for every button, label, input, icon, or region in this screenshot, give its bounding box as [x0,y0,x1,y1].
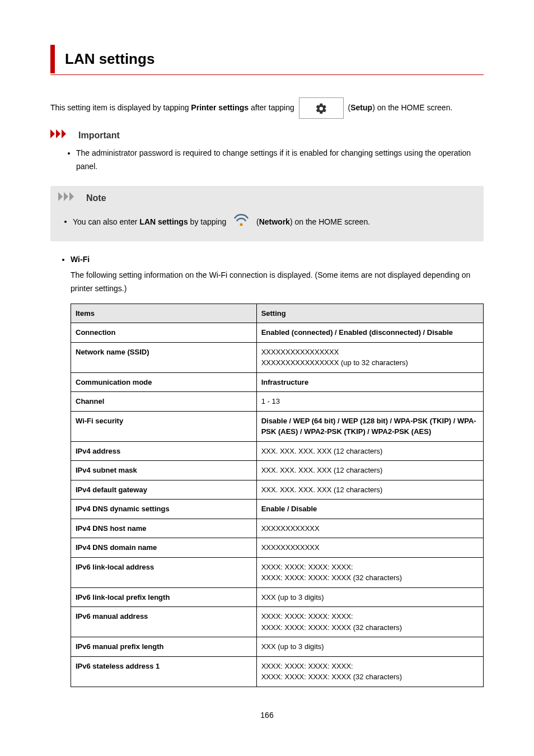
table-row: IPv6 manual prefix lengthXXX (up to 3 di… [71,637,484,657]
table-cell-setting: XXXX: XXXX: XXXX: XXXX:XXXX: XXXX: XXXX:… [256,656,483,687]
wifi-section: Wi-Fi The following setting information … [50,254,484,687]
table-header-setting: Setting [256,304,483,323]
important-bullet: The administrator password is required t… [76,147,484,174]
note-heading: Note [58,192,476,205]
table-cell-item: IPv4 default gateway [71,480,257,500]
intro-printer-settings: Printer settings [191,103,249,112]
note-suffix: ) on the HOME screen. [290,217,370,226]
table-row: IPv4 DNS domain nameXXXXXXXXXXXX [71,538,484,558]
svg-marker-0 [50,129,55,138]
table-row: Network name (SSID)XXXXXXXXXXXXXXXXXXXXX… [71,342,484,372]
table-cell-item: IPv6 stateless address 1 [71,656,257,687]
intro-suffix: ) on the HOME screen. [372,103,452,112]
table-cell-item: Wi-Fi security [71,411,257,441]
intro-prefix: This setting item is displayed by tappin… [50,103,191,112]
table-cell-setting: XXXXXXXXXXXX [256,519,483,538]
svg-marker-3 [58,192,63,201]
table-cell-item: IPv6 manual address [71,607,257,637]
wifi-item: Wi-Fi The following setting information … [71,254,484,687]
table-cell-item: IPv4 subnet mask [71,461,257,480]
table-cell-item: IPv6 link-local address [71,557,257,587]
table-row: IPv4 default gatewayXXX. XXX. XXX. XXX (… [71,480,484,500]
wifi-icon [233,213,250,227]
table-row: Wi-Fi securityDisable / WEP (64 bit) / W… [71,411,484,441]
table-cell-setting: XXXXXXXXXXXX [256,538,483,558]
table-header-items: Items [71,304,257,323]
page-number: 166 [50,710,484,721]
note-lan-settings: LAN settings [139,217,188,226]
note-label: Note [86,192,106,205]
table-row: Communication modeInfrastructure [71,372,484,392]
important-label: Important [78,129,120,142]
wifi-settings-table: Items Setting ConnectionEnabled (connect… [71,304,484,687]
table-cell-item: IPv6 link-local prefix length [71,587,257,607]
table-cell-item: Connection [71,323,257,343]
svg-marker-2 [62,129,66,138]
intro-paragraph: This setting item is displayed by tappin… [50,97,484,119]
table-row: IPv6 stateless address 1XXXX: XXXX: XXXX… [71,656,484,687]
table-row: IPv4 subnet maskXXX. XXX. XXX. XXX (12 c… [71,461,484,480]
page-title-block: LAN settings [50,45,484,73]
table-cell-setting: XXX (up to 3 digits) [256,637,483,657]
note-chevrons-icon [58,192,83,204]
title-underline [50,74,484,75]
table-cell-setting: XXXX: XXXX: XXXX: XXXX:XXXX: XXXX: XXXX:… [256,557,483,587]
table-cell-setting: XXX. XXX. XXX. XXX (12 characters) [256,480,483,500]
table-cell-item: IPv6 manual prefix length [71,637,257,657]
table-row: IPv4 DNS host nameXXXXXXXXXXXX [71,519,484,538]
table-cell-item: IPv4 DNS domain name [71,538,257,558]
table-cell-item: IPv4 DNS dynamic settings [71,500,257,519]
table-header-row: Items Setting [71,304,484,323]
table-cell-setting: XXX. XXX. XXX. XXX (12 characters) [256,461,483,480]
svg-marker-5 [69,192,74,201]
network-label: Network [259,217,290,226]
svg-marker-4 [64,192,68,201]
setup-label: Setup [350,103,372,112]
table-cell-setting: XXXX: XXXX: XXXX: XXXX:XXXX: XXXX: XXXX:… [256,607,483,637]
intro-mid: after tapping [251,103,297,112]
table-row: IPv6 link-local prefix lengthXXX (up to … [71,587,484,607]
table-cell-item: IPv4 address [71,441,257,461]
wifi-label: Wi-Fi [71,255,90,264]
table-row: IPv6 manual addressXXXX: XXXX: XXXX: XXX… [71,607,484,637]
note-body: You can also enter LAN settings by tappi… [58,213,476,232]
note-box: Note You can also enter LAN settings by … [50,186,484,242]
table-cell-setting: XXX. XXX. XXX. XXX (12 characters) [256,441,483,461]
table-row: Channel1 - 13 [71,392,484,412]
page-title: LAN settings [65,48,484,70]
table-cell-setting: Enable / Disable [256,500,483,519]
table-cell-setting: XXXXXXXXXXXXXXXXXXXXXXXXXXXXXXXX (up to … [256,342,483,372]
note-prefix: You can also enter [73,217,139,226]
important-chevrons-icon [50,129,75,142]
table-row: IPv4 addressXXX. XXX. XXX. XXX (12 chara… [71,441,484,461]
table-cell-setting: Enabled (connected) / Enabled (disconnec… [256,323,483,343]
table-row: IPv4 DNS dynamic settingsEnable / Disabl… [71,500,484,519]
table-cell-item: Network name (SSID) [71,342,257,372]
network-icon [233,213,250,232]
note-bullet: You can also enter LAN settings by tappi… [73,213,476,232]
table-row: ConnectionEnabled (connected) / Enabled … [71,323,484,343]
table-cell-item: Channel [71,392,257,412]
table-cell-setting: 1 - 13 [256,392,483,412]
svg-marker-1 [56,129,60,138]
table-row: IPv6 link-local addressXXXX: XXXX: XXXX:… [71,557,484,587]
wifi-description: The following setting information on the… [71,269,484,296]
table-cell-item: Communication mode [71,372,257,392]
table-cell-setting: XXX (up to 3 digits) [256,587,483,607]
table-cell-setting: Infrastructure [256,372,483,392]
setup-icon-button [299,97,344,119]
important-heading: Important [50,129,484,142]
gear-icon [315,102,327,115]
note-mid: by tapping [190,217,229,226]
important-body: The administrator password is required t… [50,147,484,174]
table-cell-setting: Disable / WEP (64 bit) / WEP (128 bit) /… [256,411,483,441]
table-cell-item: IPv4 DNS host name [71,519,257,538]
svg-point-6 [240,223,243,226]
